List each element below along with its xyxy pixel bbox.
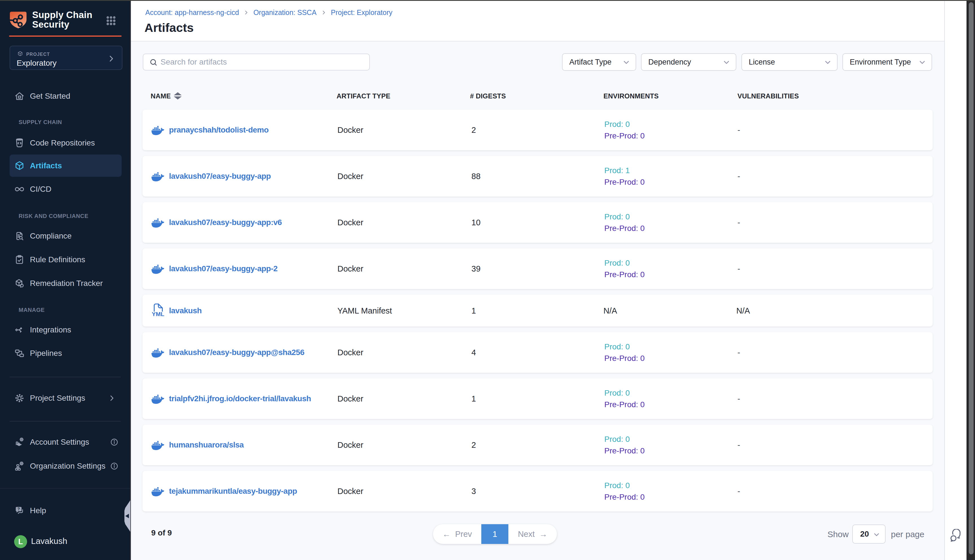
svg-text:?: ? (17, 507, 20, 511)
